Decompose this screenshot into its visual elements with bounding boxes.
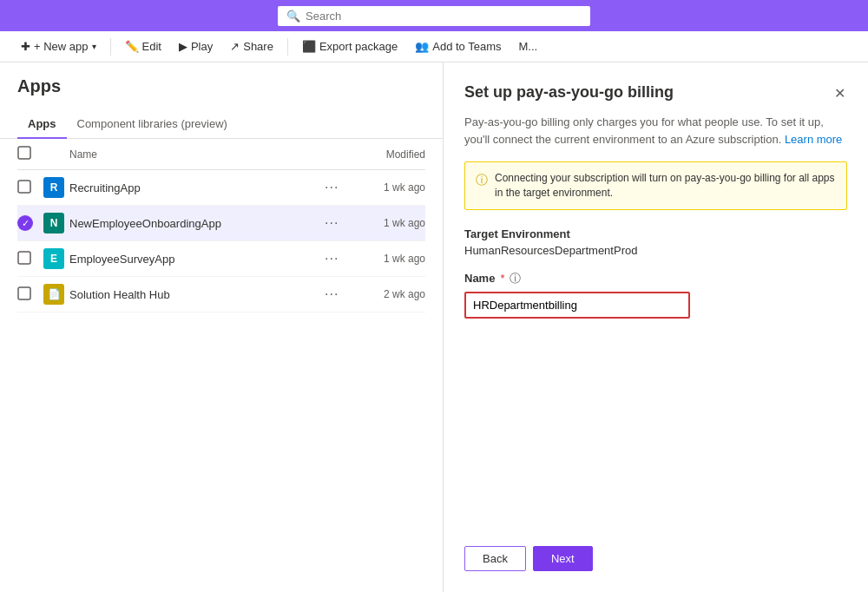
row-actions-2[interactable]: ··· <box>321 214 356 233</box>
row-icon-1: R <box>43 177 69 198</box>
teams-icon: 👥 <box>415 40 429 53</box>
tab-apps[interactable]: Apps <box>17 110 67 139</box>
name-input[interactable] <box>464 292 690 319</box>
add-to-teams-button[interactable]: 👥 Add to Teams <box>408 36 508 56</box>
table-row[interactable]: R RecruitingApp ··· 1 wk ago <box>17 170 425 206</box>
page-title: Apps <box>17 76 425 96</box>
app-icon-solutionhealth: 📄 <box>43 284 64 305</box>
search-input[interactable] <box>306 10 566 23</box>
toolbar: ✚ + New app ▾ ✏️ Edit ▶ Play ↗ Share ⬛ E… <box>0 31 868 62</box>
search-icon: 🔍 <box>286 10 300 23</box>
warning-icon: ⓘ <box>476 172 488 201</box>
row-modified-1: 1 wk ago <box>356 181 425 194</box>
row-name-3: EmployeeSurveyApp <box>69 253 321 266</box>
new-app-button[interactable]: ✚ + New app ▾ <box>14 36 103 56</box>
edit-button[interactable]: ✏️ Edit <box>118 36 168 56</box>
row-icon-3: E <box>43 248 69 269</box>
row-actions-3[interactable]: ··· <box>321 249 356 268</box>
top-bar: 🔍 <box>0 0 868 31</box>
target-env-value: HumanResourcesDepartmentProd <box>464 244 847 257</box>
target-env-section: Target Environment HumanResourcesDepartm… <box>464 227 847 257</box>
tab-component-libraries[interactable]: Component libraries (preview) <box>67 110 238 139</box>
svg-rect-1 <box>18 181 30 193</box>
left-panel: Apps Apps Component libraries (preview) … <box>0 62 443 592</box>
right-panel: Set up pay-as-you-go billing ✕ Pay-as-yo… <box>443 62 868 592</box>
svg-rect-3 <box>18 287 30 299</box>
row-check-1[interactable] <box>17 180 43 196</box>
row-name-2: NewEmployeeOnboardingApp <box>69 217 321 230</box>
toolbar-separator-2 <box>287 38 288 56</box>
next-button[interactable]: Next <box>533 546 593 571</box>
table-row[interactable]: ✓ N NewEmployeeOnboardingApp ··· 1 wk ag… <box>17 206 425 241</box>
target-env-label: Target Environment <box>464 227 847 240</box>
app-icon-newemployee: N <box>43 213 64 234</box>
header-check <box>17 146 43 162</box>
share-button[interactable]: ↗ Share <box>223 36 280 56</box>
info-icon: ⓘ <box>510 271 521 286</box>
app-icon-recruiting: R <box>43 177 64 198</box>
row-dots-button-4[interactable]: ··· <box>321 285 342 304</box>
row-modified-3: 1 wk ago <box>356 253 425 265</box>
apps-table: Name Modified R RecruitingApp ··· 1 <box>0 139 443 592</box>
svg-rect-2 <box>18 252 30 264</box>
row-icon-2: N <box>43 213 69 234</box>
panel-footer: Back Next <box>464 525 847 571</box>
row-dots-button-3[interactable]: ··· <box>321 249 342 268</box>
edit-icon: ✏️ <box>125 40 139 53</box>
row-name-4: Solution Health Hub <box>69 288 321 301</box>
export-icon: ⬛ <box>302 40 316 53</box>
panel-title: Set up pay-as-you-go billing <box>464 83 674 102</box>
panel-header: Set up pay-as-you-go billing ✕ <box>464 83 847 103</box>
name-field-section: Name * ⓘ <box>464 271 847 319</box>
row-check-3[interactable] <box>17 251 43 267</box>
row-check-2[interactable]: ✓ <box>17 215 43 231</box>
row-modified-2: 1 wk ago <box>356 217 425 229</box>
plus-icon: ✚ <box>21 40 30 53</box>
back-button[interactable]: Back <box>464 546 526 571</box>
table-header: Name Modified <box>17 139 425 170</box>
row-dots-button-2[interactable]: ··· <box>321 214 342 233</box>
warning-text: Connecting your subscription will turn o… <box>495 171 836 201</box>
row-actions-4[interactable]: ··· <box>321 285 356 304</box>
header-name: Name <box>69 148 321 161</box>
header-modified: Modified <box>356 148 425 161</box>
tabs-bar: Apps Component libraries (preview) <box>0 110 443 139</box>
export-package-button[interactable]: ⬛ Export package <box>295 36 404 56</box>
svg-rect-0 <box>18 147 30 159</box>
name-label: Name <box>464 272 495 285</box>
dropdown-icon: ▾ <box>92 42 96 51</box>
play-button[interactable]: ▶ Play <box>172 36 220 56</box>
name-label-row: Name * ⓘ <box>464 271 847 286</box>
warning-banner: ⓘ Connecting your subscription will turn… <box>464 161 847 210</box>
close-button[interactable]: ✕ <box>832 83 847 103</box>
more-button[interactable]: M... <box>512 36 545 56</box>
table-row[interactable]: E EmployeeSurveyApp ··· 1 wk ago <box>17 241 425 277</box>
search-box[interactable]: 🔍 <box>278 6 590 26</box>
learn-more-link[interactable]: Learn more <box>785 133 842 146</box>
row-dots-button-1[interactable]: ··· <box>321 178 342 197</box>
play-icon: ▶ <box>179 40 187 53</box>
table-row[interactable]: 📄 Solution Health Hub ··· 2 wk ago <box>17 277 425 312</box>
share-icon: ↗ <box>230 40 240 53</box>
apps-header: Apps <box>0 62 443 110</box>
row-icon-4: 📄 <box>43 284 69 305</box>
panel-description: Pay-as-you-go billing only charges you f… <box>464 114 847 148</box>
row-name-1: RecruitingApp <box>69 181 321 194</box>
app-icon-employeesurvey: E <box>43 248 64 269</box>
toolbar-separator-1 <box>110 38 111 56</box>
row-check-4[interactable] <box>17 286 43 303</box>
row-modified-4: 2 wk ago <box>356 288 425 300</box>
main-content: Apps Apps Component libraries (preview) … <box>0 62 868 592</box>
selected-check-icon: ✓ <box>17 215 33 231</box>
required-indicator: * <box>500 272 504 285</box>
row-actions-1[interactable]: ··· <box>321 178 356 197</box>
